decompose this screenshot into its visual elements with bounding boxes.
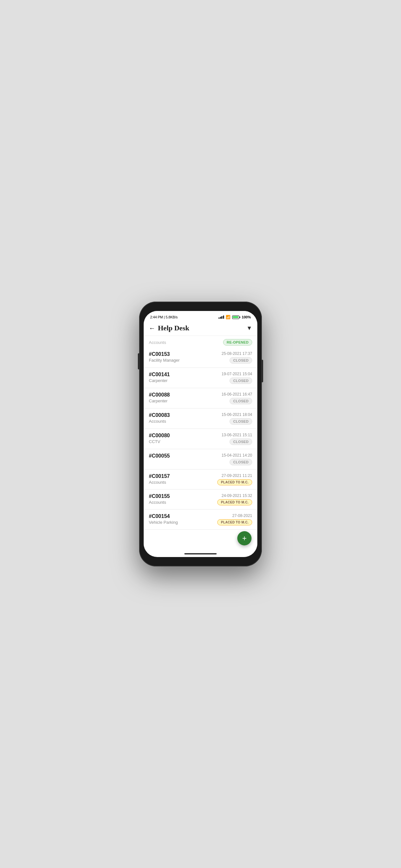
phone-screen: 2:44 PM | 5.8KB/s 📶 100%	[144, 311, 257, 557]
ticket-id: #C00083	[149, 412, 170, 418]
add-ticket-button[interactable]: +	[237, 531, 251, 546]
status-bar: 2:44 PM | 5.8KB/s 📶 100%	[144, 311, 257, 321]
status-badge: PLACED TO M.C.	[217, 479, 252, 485]
ticket-category: Accounts	[149, 480, 170, 485]
status-badge: CLOSED	[229, 357, 252, 364]
ticket-row[interactable]: #C00157 Accounts 27-09-2021 11:21 PLACED…	[144, 469, 257, 490]
ticket-date: 27-09-2021 11:21	[221, 473, 252, 478]
ticket-date: 25-08-2021 17:37	[221, 351, 252, 356]
section-label: Accounts	[149, 340, 166, 345]
ticket-id: #C00141	[149, 372, 170, 377]
volume-button	[138, 353, 139, 369]
ticket-row[interactable]: #C00055 15-04-2021 14:20 CLOSED	[144, 449, 257, 469]
ticket-row[interactable]: #C00154 Vehicle Parking 27-08-2021 PLACE…	[144, 509, 257, 530]
status-icons: 📶 100%	[219, 315, 251, 319]
status-badge: CLOSED	[229, 438, 252, 445]
ticket-category: Carpenter	[149, 399, 170, 403]
phone-frame: 2:44 PM | 5.8KB/s 📶 100%	[139, 302, 262, 566]
ticket-date: 15-06-2021 18:04	[221, 412, 252, 417]
ticket-category: CCTV	[149, 439, 170, 444]
reopened-badge: RE-OPENED	[223, 339, 252, 345]
ticket-id: #C00155	[149, 493, 170, 499]
status-badge: CLOSED	[229, 377, 252, 384]
ticket-list: Accounts RE-OPENED #C00153 Facility Mana…	[144, 336, 257, 551]
ticket-date: 15-04-2021 14:20	[221, 453, 252, 458]
ticket-date: 19-07-2021 15:04	[221, 372, 252, 376]
status-badge: PLACED TO M.C.	[217, 519, 252, 525]
battery-percent: 100%	[242, 315, 251, 319]
back-button[interactable]: ←	[149, 324, 155, 332]
ticket-row[interactable]: #C00080 CCTV 13-06-2021 15:11 CLOSED	[144, 429, 257, 449]
ticket-category: Accounts	[149, 500, 170, 505]
ticket-category: Accounts	[149, 419, 170, 424]
power-button	[262, 360, 263, 382]
status-badge: CLOSED	[229, 418, 252, 425]
home-indicator	[144, 551, 257, 557]
app-header: ← Help Desk ▼	[144, 321, 257, 336]
ticket-id: #C00154	[149, 514, 178, 519]
ticket-row[interactable]: #C00141 Carpenter 19-07-2021 15:04 CLOSE…	[144, 368, 257, 388]
signal-icon	[219, 315, 224, 319]
ticket-category: Carpenter	[149, 378, 170, 383]
ticket-row[interactable]: #C00083 Accounts 15-06-2021 18:04 CLOSED	[144, 408, 257, 429]
ticket-date: 16-06-2021 16:47	[221, 392, 252, 397]
ticket-row[interactable]: #C00153 Facility Manager 25-08-2021 17:3…	[144, 347, 257, 368]
ticket-id: #C00153	[149, 351, 180, 357]
ticket-date: 27-08-2021	[233, 514, 252, 518]
section-header: Accounts RE-OPENED	[144, 336, 257, 347]
filter-button[interactable]: ▼	[246, 325, 252, 332]
status-badge: CLOSED	[229, 459, 252, 465]
ticket-category: Facility Manager	[149, 358, 180, 363]
ticket-date: 24-09-2021 15:32	[221, 493, 252, 498]
status-time: 2:44 PM | 5.8KB/s	[150, 315, 178, 319]
ticket-category: Vehicle Parking	[149, 520, 178, 525]
page-title: Help Desk	[158, 324, 189, 332]
ticket-row[interactable]: #C00155 Accounts 24-09-2021 15:32 PLACED…	[144, 490, 257, 509]
ticket-id: #C00055	[149, 453, 170, 459]
ticket-id: #C00088	[149, 392, 170, 398]
battery-icon	[232, 315, 240, 319]
ticket-row[interactable]: #C00088 Carpenter 16-06-2021 16:47 CLOSE…	[144, 388, 257, 408]
status-badge: PLACED TO M.C.	[217, 499, 252, 505]
ticket-id: #C00080	[149, 433, 170, 438]
ticket-date: 13-06-2021 15:11	[221, 433, 252, 437]
wifi-icon: 📶	[226, 315, 230, 319]
ticket-id: #C00157	[149, 473, 170, 479]
status-badge: CLOSED	[229, 398, 252, 404]
